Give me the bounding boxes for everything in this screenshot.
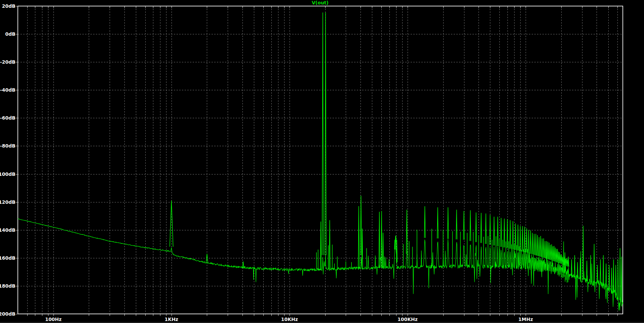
trace-spike — [448, 207, 449, 239]
trace-spike — [547, 241, 548, 259]
trace-spike — [320, 222, 321, 269]
y-axis-label: -80dB — [0, 143, 15, 149]
trace-spike — [329, 220, 330, 269]
trace-spike — [550, 245, 551, 260]
y-axis-label: -200dB — [0, 311, 15, 317]
trace-spike — [322, 12, 324, 255]
trace-spike — [609, 265, 610, 290]
trace-spike — [515, 223, 516, 250]
trace-spike — [513, 221, 514, 250]
trace-spike — [603, 255, 604, 286]
trace-spike — [617, 259, 618, 298]
y-axis-label: -40dB — [0, 87, 15, 93]
y-axis-label: -160dB — [0, 255, 15, 261]
trace-spike — [586, 261, 588, 281]
trace-spike — [463, 211, 464, 239]
y-axis-label: -60dB — [0, 115, 15, 121]
trace-spike — [507, 219, 508, 248]
trace-spike — [526, 228, 527, 253]
trace-spike — [555, 248, 556, 262]
trace-spike — [520, 226, 521, 251]
trace-spike — [518, 225, 519, 251]
trace-spike — [553, 246, 554, 261]
trace-spike — [456, 209, 457, 239]
trace-spike — [540, 236, 541, 257]
trace-spike — [611, 268, 612, 291]
trace-spike — [543, 238, 544, 258]
trace-spike — [424, 206, 425, 238]
trace-spike — [490, 215, 491, 245]
trace-spike — [539, 237, 540, 256]
trace-spike — [594, 244, 595, 282]
trace-spike — [621, 257, 622, 302]
trace-spike — [379, 212, 380, 268]
x-axis-label: 100KHz — [397, 317, 418, 322]
trace-spike — [470, 210, 471, 241]
trace-spike — [583, 226, 584, 280]
trace-spike — [476, 213, 477, 242]
trace-spike — [580, 258, 581, 279]
trace-spike — [528, 230, 529, 253]
y-axis-label: -120dB — [0, 199, 15, 205]
trace-spike — [524, 227, 525, 252]
trace-legend-vout[interactable]: V(out) — [312, 0, 329, 5]
trace-spike — [530, 230, 531, 254]
trace-spike — [544, 241, 545, 258]
trace-spike — [615, 265, 616, 295]
y-axis-label: 0dB — [5, 31, 15, 37]
trace-spike — [481, 213, 482, 243]
labels-layer: 20dB0dB-20dB-40dB-60dB-80dB-100dB-120dB-… — [0, 3, 533, 322]
x-axis-label: 10KHz — [281, 317, 298, 322]
x-axis-label: 1MHz — [518, 317, 533, 322]
y-axis-label: -100dB — [0, 171, 15, 177]
trace-spike — [556, 249, 557, 262]
trace-spike — [559, 252, 560, 263]
trace-spike — [548, 243, 550, 259]
trace-spike — [558, 252, 559, 263]
trace-spike — [381, 211, 382, 268]
x-axis-label: 1KHz — [165, 317, 178, 322]
trace-spike — [534, 234, 535, 255]
trace-spike — [485, 214, 486, 244]
trace-spike — [551, 244, 552, 260]
trace-spike — [600, 259, 601, 284]
trace-spike — [406, 210, 407, 254]
trace-spike — [554, 246, 555, 261]
y-axis-label: -140dB — [0, 227, 15, 233]
trace-spike — [361, 196, 362, 255]
trace-spike — [522, 226, 523, 252]
trace-spike — [494, 217, 495, 246]
trace-spike — [568, 257, 569, 267]
trace-spike — [574, 255, 575, 277]
trace-spike — [535, 234, 536, 255]
trace-spike — [590, 255, 591, 282]
trace-spike — [501, 218, 502, 247]
trace-spike — [557, 249, 558, 262]
trace-spike — [170, 201, 173, 247]
trace-spike — [532, 233, 533, 254]
trace-spike — [542, 238, 543, 257]
trace-spike — [358, 206, 359, 268]
y-axis-label: -20dB — [0, 59, 15, 65]
trace-spike — [362, 229, 363, 268]
trace-spike — [325, 12, 326, 255]
trace-spike — [383, 233, 384, 268]
trace-spike — [504, 219, 505, 248]
fft-plot-area[interactable]: 20dB0dB-20dB-40dB-60dB-80dB-100dB-120dB-… — [0, 0, 644, 323]
y-axis-label: -180dB — [0, 283, 15, 289]
trace-spike — [437, 207, 438, 238]
trace-spike — [510, 220, 511, 249]
y-axis-label: 20dB — [2, 3, 15, 9]
trace-spike — [537, 235, 538, 256]
trace-spike — [497, 217, 498, 246]
trace-layer — [18, 12, 623, 311]
trace-spike — [619, 248, 620, 300]
x-axis-label: 100Hz — [45, 317, 62, 322]
trace-spike — [606, 263, 607, 287]
waveform-viewer-window: V(out) 20dB0dB-20dB-40dB-60dB-80dB-100dB… — [0, 0, 644, 323]
